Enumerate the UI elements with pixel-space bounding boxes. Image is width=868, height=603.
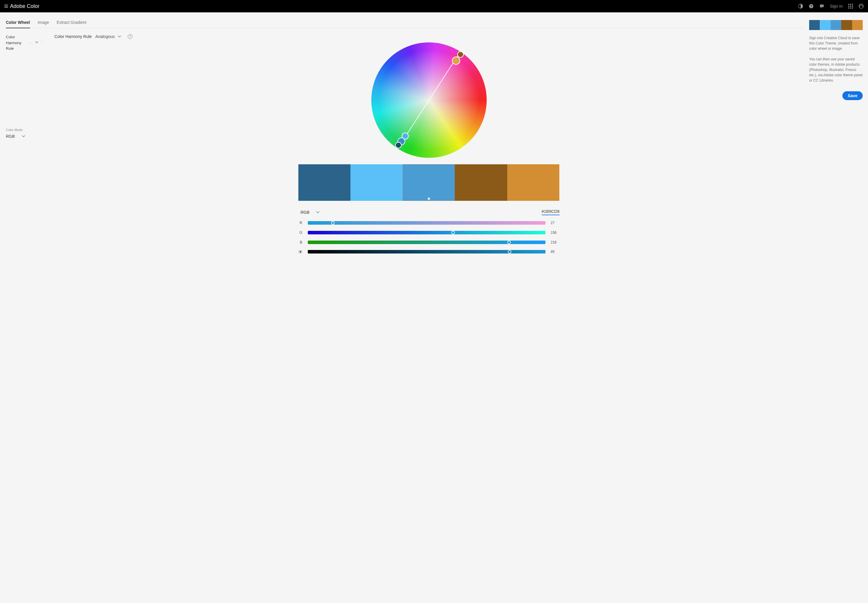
svg-point-21	[299, 251, 301, 252]
harmony-label: Color Harmony Rule	[54, 34, 92, 39]
slider-channel-label: B	[298, 240, 302, 244]
mini-swatch	[852, 20, 863, 30]
center-column: Color Harmony Rule Analogous ?	[54, 34, 803, 259]
chevron-down-icon	[316, 211, 319, 213]
svg-line-26	[299, 250, 299, 250]
brand-text: Adobe Color	[10, 3, 39, 9]
tab-extract-gradient[interactable]: Extract Gradient	[57, 20, 86, 28]
sidebar-info-2: You can then use your saved color themes…	[809, 57, 863, 83]
slider-mode-select[interactable]: RGB	[301, 210, 319, 215]
wheel-handle[interactable]	[452, 57, 460, 65]
palette-swatches	[298, 164, 560, 201]
color-wheel[interactable]	[372, 42, 487, 158]
feedback-icon[interactable]	[819, 3, 825, 9]
slider-mode-value: RGB	[301, 210, 310, 215]
slider-track[interactable]	[308, 250, 546, 254]
harmony-value: Analogous	[96, 34, 115, 39]
color-mode-heading: Color Mode	[6, 128, 54, 131]
brightness-icon	[298, 250, 302, 254]
slider-thumb[interactable]	[331, 221, 335, 225]
tab-image[interactable]: Image	[38, 20, 49, 28]
mini-swatch	[809, 20, 820, 30]
svg-point-10	[822, 6, 823, 6]
wheel-handle[interactable]	[457, 51, 464, 58]
sidebar-palette-preview	[809, 20, 863, 30]
slider-value[interactable]: 85	[551, 250, 560, 254]
svg-rect-15	[850, 6, 851, 7]
tab-color-wheel[interactable]: Color Wheel	[6, 20, 30, 28]
color-mode-value: RGB	[6, 134, 15, 139]
svg-marker-7	[821, 7, 822, 8]
sidebar-info-1: Sign into Creative Cloud to save this Co…	[809, 36, 863, 51]
tab-row: Color Wheel Image Extract Gradient	[6, 20, 803, 28]
header-right: ? Sign In	[798, 3, 864, 9]
svg-rect-11	[848, 4, 849, 5]
svg-point-8	[821, 6, 822, 6]
menu-icon[interactable]	[4, 4, 8, 8]
palette-swatch[interactable]	[350, 164, 403, 201]
chevron-down-icon[interactable]	[35, 34, 39, 45]
theme-toggle-icon[interactable]	[798, 3, 803, 9]
svg-rect-18	[850, 7, 851, 9]
slider-thumb[interactable]	[507, 241, 511, 244]
slider-value[interactable]: 216	[551, 240, 560, 244]
left-harmony-label: Color Harmony Rule	[6, 34, 26, 51]
hex-input[interactable]: #1B9CD8	[542, 209, 560, 215]
svg-text:?: ?	[810, 5, 812, 8]
help-icon[interactable]: ?	[809, 3, 814, 9]
svg-point-9	[822, 6, 822, 6]
svg-rect-17	[848, 7, 849, 9]
brand: Adobe Color	[4, 3, 39, 9]
slider-thumb[interactable]	[451, 231, 455, 234]
svg-rect-13	[852, 4, 853, 5]
header-bar: Adobe Color ? Sign In	[0, 0, 868, 12]
creative-cloud-icon[interactable]	[859, 3, 864, 9]
slider-track[interactable]	[308, 241, 546, 244]
harmony-rule-row: Color Harmony Rule Analogous ?	[54, 34, 803, 42]
slider-thumb[interactable]	[508, 250, 511, 254]
palette-swatch[interactable]	[403, 164, 455, 201]
svg-line-29	[301, 250, 302, 250]
channel-slider-row: B216	[298, 240, 560, 244]
sign-in-link[interactable]: Sign In	[830, 4, 843, 9]
save-button[interactable]: Save	[842, 91, 863, 100]
slider-value[interactable]: 27	[551, 221, 560, 225]
svg-rect-12	[850, 4, 851, 5]
brightness-slider-row: 85	[298, 250, 560, 254]
channel-slider-row: G156	[298, 230, 560, 235]
page: Color Wheel Image Extract Gradient Color…	[0, 12, 868, 271]
main-area: Color Wheel Image Extract Gradient Color…	[0, 12, 809, 271]
svg-rect-19	[852, 7, 853, 9]
chevron-down-icon	[22, 135, 25, 138]
help-icon[interactable]: ?	[128, 34, 133, 39]
channel-slider-row: R27	[298, 221, 560, 225]
slider-value[interactable]: 156	[551, 230, 560, 235]
mini-swatch	[831, 20, 841, 30]
color-mode-select[interactable]: RGB	[6, 134, 54, 139]
ellipsis-icon: …	[29, 34, 33, 45]
sidebar: Sign into Creative Cloud to save this Co…	[809, 12, 868, 271]
palette-swatch[interactable]	[298, 164, 351, 201]
svg-rect-16	[852, 6, 853, 7]
bullet-icon: ●	[41, 34, 42, 43]
slider-channel-label: G	[298, 230, 302, 235]
slider-track[interactable]	[308, 221, 546, 225]
slider-channel-label: R	[298, 221, 302, 225]
mini-swatch	[820, 20, 830, 30]
wheel-handle[interactable]	[395, 142, 402, 148]
chevron-down-icon	[118, 36, 121, 38]
slider-track[interactable]	[308, 231, 546, 234]
left-column: Color Harmony Rule … ● Color Mode RGB	[6, 34, 54, 259]
palette-swatch[interactable]	[507, 164, 560, 201]
slider-area: RGB #1B9CD8 R27G156B21685	[298, 209, 560, 254]
apps-grid-icon[interactable]	[848, 3, 853, 9]
mini-swatch	[841, 20, 852, 30]
svg-rect-14	[848, 6, 849, 7]
harmony-select[interactable]: Analogous	[96, 34, 121, 39]
palette-swatch[interactable]	[455, 164, 507, 201]
